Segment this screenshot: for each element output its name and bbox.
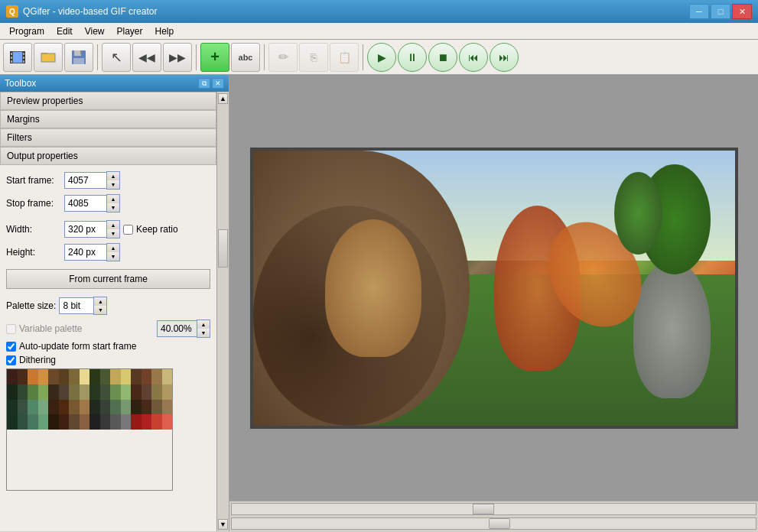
palette-color-cell xyxy=(69,414,80,430)
start-frame-input[interactable] xyxy=(64,172,106,189)
palette-color-cell xyxy=(151,384,162,400)
draw-btn[interactable]: ✏ xyxy=(268,43,298,72)
var-pct-down-btn[interactable]: ▼ xyxy=(197,329,210,337)
preview-hscrollbar[interactable] xyxy=(229,501,758,516)
section-filters[interactable]: Filters xyxy=(0,128,216,147)
next-btn[interactable]: ⏭ xyxy=(490,43,519,72)
section-margins-label: Margins xyxy=(7,114,40,125)
paste-btn[interactable]: 📋 xyxy=(330,43,359,72)
auto-update-checkbox[interactable] xyxy=(6,342,16,352)
toolbox-content: Preview properties Margins Filters Outpu… xyxy=(0,92,229,531)
add-text-btn[interactable]: abc xyxy=(231,43,260,72)
sep-3 xyxy=(264,44,265,70)
toolbox-float-btn[interactable]: ⧉ xyxy=(198,78,210,89)
palette-size-spin-btns: ▲ ▼ xyxy=(93,297,107,315)
palette-color-cell xyxy=(89,400,100,415)
film-strip-btn[interactable] xyxy=(3,43,32,72)
palette-size-up-btn[interactable]: ▲ xyxy=(94,297,106,306)
height-spin-btns: ▲ ▼ xyxy=(106,243,120,261)
variable-palette-pct-input[interactable] xyxy=(157,320,197,337)
stop-btn[interactable]: ⏹ xyxy=(428,43,457,72)
section-output-properties[interactable]: Output properties xyxy=(0,147,216,165)
menu-help[interactable]: Help xyxy=(149,24,181,38)
play-btn[interactable]: ▶ xyxy=(367,43,396,72)
var-pct-up-btn[interactable]: ▲ xyxy=(197,320,210,329)
open-btn[interactable] xyxy=(34,43,63,72)
palette-color-cell xyxy=(28,384,38,400)
keep-ratio-checkbox[interactable] xyxy=(123,225,133,235)
toolbox-scroll-up-btn[interactable]: ▲ xyxy=(218,93,228,104)
palette-color-cell xyxy=(151,369,162,384)
preview-hscroll-thumb[interactable] xyxy=(473,504,494,514)
menu-edit[interactable]: Edit xyxy=(50,24,79,38)
palette-size-spinbox: ▲ ▼ xyxy=(59,297,107,315)
palette-size-down-btn[interactable]: ▼ xyxy=(94,306,106,314)
toolbox-close-btn[interactable]: ✕ xyxy=(212,78,224,89)
stop-frame-down-btn[interactable]: ▼ xyxy=(107,203,119,212)
start-frame-down-btn[interactable]: ▼ xyxy=(107,180,119,189)
palette-color-cell xyxy=(80,400,90,415)
next-frame-btn[interactable]: ▶▶ xyxy=(163,43,192,72)
save-btn[interactable] xyxy=(64,43,93,72)
dithering-label: Dithering xyxy=(19,355,56,365)
palette-color-cell xyxy=(131,369,142,384)
timeline-scrollbar[interactable] xyxy=(229,516,758,531)
menu-player[interactable]: Player xyxy=(111,24,149,38)
palette-color-cell xyxy=(7,414,18,430)
prev-btn[interactable]: ⏮ xyxy=(459,43,488,72)
dithering-checkbox[interactable] xyxy=(6,355,16,365)
menu-view[interactable]: View xyxy=(79,24,111,38)
palette-color-cell xyxy=(151,414,162,430)
timeline-thumb[interactable] xyxy=(489,518,510,529)
width-input[interactable] xyxy=(64,221,106,238)
stop-frame-label: Stop frame: xyxy=(6,198,61,209)
palette-color-cell xyxy=(28,369,38,384)
output-properties-content: Start frame: ▲ ▼ Stop frame: xyxy=(0,165,216,500)
section-preview-label: Preview properties xyxy=(7,96,83,106)
palette-color-cell xyxy=(48,400,59,415)
section-margins[interactable]: Margins xyxy=(0,110,216,128)
from-current-frame-btn[interactable]: From current frame xyxy=(6,269,210,289)
height-up-btn[interactable]: ▲ xyxy=(107,244,119,252)
width-row: Width: ▲ ▼ Keep ratio xyxy=(6,220,210,238)
palette-color-cell xyxy=(7,384,18,400)
svg-rect-15 xyxy=(73,58,84,64)
minimize-button[interactable]: ─ xyxy=(689,4,709,19)
width-spinbox: ▲ ▼ xyxy=(64,220,120,238)
titlebar-title: QGifer - video-based GIF creator xyxy=(23,6,157,17)
section-preview-properties[interactable]: Preview properties xyxy=(0,92,216,110)
pause-btn[interactable]: ⏸ xyxy=(398,43,427,72)
palette-color-cell xyxy=(18,400,28,415)
variable-palette-checkbox[interactable] xyxy=(6,324,16,334)
palette-color-cell xyxy=(18,414,28,430)
variable-palette-row: Variable palette ▲ ▼ xyxy=(6,320,210,338)
prev-frame-btn[interactable]: ◀◀ xyxy=(132,43,161,72)
palette-size-row: Palette size: ▲ ▼ xyxy=(6,297,210,315)
toolbox-scrollbar[interactable]: ▲ ▼ xyxy=(216,92,229,531)
toolbox-scroll-thumb[interactable] xyxy=(218,229,228,268)
toolbox-scroll-down-btn[interactable]: ▼ xyxy=(218,519,228,530)
palette-color-cell xyxy=(48,414,59,430)
palette-color-cell xyxy=(28,414,38,430)
stop-frame-input[interactable] xyxy=(64,195,106,212)
copy-btn[interactable]: ⎘ xyxy=(299,43,328,72)
stop-frame-up-btn[interactable]: ▲ xyxy=(107,195,119,203)
height-input[interactable] xyxy=(64,244,106,261)
sep-1 xyxy=(97,44,98,70)
palette-size-input[interactable] xyxy=(59,297,93,314)
sep-2 xyxy=(196,44,197,70)
close-button[interactable]: ✕ xyxy=(732,4,752,19)
cursor-tool-btn[interactable]: ↖ xyxy=(102,43,131,72)
palette-color-cell xyxy=(38,369,49,384)
palette-color-cell xyxy=(162,414,173,430)
start-frame-up-btn[interactable]: ▲ xyxy=(107,172,119,180)
maximize-button[interactable]: □ xyxy=(711,4,730,19)
menu-program[interactable]: Program xyxy=(3,24,50,38)
width-up-btn[interactable]: ▲ xyxy=(107,221,119,229)
width-down-btn[interactable]: ▼ xyxy=(107,229,119,238)
palette-color-cell xyxy=(100,369,111,384)
height-down-btn[interactable]: ▼ xyxy=(107,252,119,261)
add-frame-btn[interactable]: + xyxy=(200,43,229,72)
svg-rect-4 xyxy=(11,57,12,59)
variable-palette-label: Variable palette xyxy=(19,323,83,334)
